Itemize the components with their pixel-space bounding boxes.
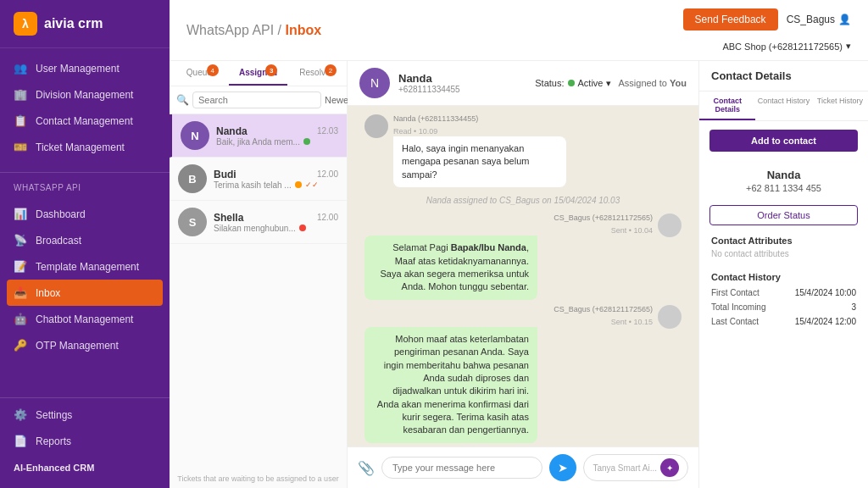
- contact-tabs: Contact Details Contact History Ticket H…: [699, 92, 868, 121]
- tab-contact-details[interactable]: Contact Details: [699, 92, 755, 120]
- msg-bubble: Halo, saya ingin menanyakan mengapa pesa…: [393, 136, 566, 187]
- content-area: 4 Queue 3 Assigned 2 Resolved 🔍: [170, 61, 868, 488]
- history-label: Last Contact: [711, 317, 759, 326]
- msg-sender: Nanda (+628111334455): [393, 114, 682, 123]
- message-bubble-outgoing-2: CS_Bagus (+628121172565) Sent • 10.15 Mo…: [364, 305, 653, 443]
- contact-phone: +62 811 1334 455: [711, 183, 856, 193]
- msg-avatar-agent-2: [658, 305, 682, 329]
- contact-history-section: Contact History First Contact 15/4/2024 …: [699, 265, 868, 336]
- sidebar-item-otp-management[interactable]: 🔑 OTP Management: [0, 332, 170, 358]
- contact-panel-header: Contact Details: [699, 61, 868, 92]
- chat-header-avatar: N: [359, 68, 390, 98]
- logo-text: aivia crm: [44, 16, 103, 31]
- avatar-budi: B: [178, 164, 207, 193]
- contact-icon: 📋: [14, 114, 27, 127]
- msg-avatar-agent: [658, 214, 682, 237]
- message-row-outgoing-2: CS_Bagus (+628121172565) Sent • 10.15 Mo…: [364, 305, 682, 443]
- search-input[interactable]: [192, 92, 321, 108]
- sidebar-bottom: ⚙️ Settings 📄 Reports AI-Enhanced CRM: [0, 397, 170, 488]
- tab-queue[interactable]: 4 Queue: [170, 61, 229, 86]
- order-status-button[interactable]: Order Status: [709, 205, 858, 225]
- chat-preview: Terima kasih telah ...: [214, 180, 292, 190]
- resolved-badge: 2: [325, 64, 337, 76]
- msg-sender: CS_Bagus (+628121172565): [364, 305, 653, 313]
- sidebar-logo: λ aivia crm: [0, 0, 170, 48]
- tab-ticket-history[interactable]: Ticket History: [812, 92, 868, 120]
- sidebar-item-template-management[interactable]: 📝 Template Management: [0, 253, 170, 280]
- assigned-label: Assigned to: [618, 78, 666, 88]
- sidebar-whatsapp-section: 📊 Dashboard 📡 Broadcast 📝 Template Manag…: [0, 194, 170, 365]
- sidebar-item-label: Division Management: [36, 89, 133, 101]
- sidebar-item-reports[interactable]: 📄 Reports: [0, 428, 170, 454]
- chat-time: 12.03: [317, 126, 338, 136]
- sidebar-item-broadcast[interactable]: 📡 Broadcast: [0, 227, 170, 253]
- sidebar-item-ticket-management[interactable]: 🎫 Ticket Management: [0, 134, 170, 160]
- message-row-outgoing: CS_Bagus (+628121172565) Sent • 10.04 Se…: [364, 214, 682, 300]
- settings-icon: ⚙️: [14, 408, 27, 421]
- sidebar-item-label: Chatbot Management: [36, 313, 133, 325]
- chat-info-nanda: Nanda 12.03 Baik, jika Anda mem...: [216, 125, 338, 147]
- user-badge: CS_Bagus 👤: [787, 14, 851, 25]
- chat-contact-name: Nanda: [398, 72, 526, 85]
- chevron-down-icon: ▾: [846, 41, 851, 52]
- queue-badge: 4: [207, 64, 219, 76]
- history-label: First Contact: [711, 288, 760, 297]
- send-button[interactable]: ➤: [549, 454, 576, 481]
- msg-meta: Sent • 10.04: [611, 226, 653, 235]
- contact-panel: Contact Details Contact Details Contact …: [698, 61, 868, 488]
- sidebar-item-division-management[interactable]: 🏢 Division Management: [0, 81, 170, 108]
- history-value: 15/4/2024 12:00: [795, 317, 856, 326]
- status-label: Status:: [535, 78, 564, 88]
- contact-attributes-section: Contact Attributes No contact attributes: [699, 229, 868, 265]
- chat-name: Nanda: [216, 125, 248, 137]
- chatbot-icon: 🤖: [14, 313, 27, 325]
- inbox-icon: 📥: [14, 286, 27, 299]
- msg-text: Mohon maaf atas keterlambatan pengiriman…: [377, 334, 529, 435]
- history-row-total: Total Incoming 3: [711, 300, 856, 314]
- reports-icon: 📄: [14, 435, 27, 447]
- username-label: CS_Bagus: [787, 14, 835, 25]
- message-row: Nanda (+628111334455) Read • 10.09 Halo,…: [364, 114, 682, 187]
- chat-name-row-budi: Budi 12.00: [214, 169, 338, 180]
- tab-contact-history[interactable]: Contact History: [755, 92, 811, 120]
- shop-name: ABC Shop (+628121172565): [722, 42, 843, 52]
- sidebar-item-user-management[interactable]: 👥 User Management: [0, 55, 170, 81]
- shop-selector[interactable]: ABC Shop (+628121172565) ▾: [722, 41, 851, 52]
- sidebar-top-section: 👥 User Management 🏢 Division Management …: [0, 48, 170, 167]
- sidebar-item-label: Broadcast: [36, 235, 81, 247]
- status-value: Active: [578, 78, 604, 88]
- search-icon: 🔍: [176, 94, 189, 106]
- chat-item-nanda[interactable]: N Nanda 12.03 Baik, jika Anda mem...: [170, 114, 347, 158]
- history-value: 3: [851, 302, 856, 312]
- chat-item-budi[interactable]: B Budi 12.00 Terima kasih telah ... ✓✓: [170, 158, 347, 201]
- ai-input-area[interactable]: Tanya Smart Ai... ✦: [583, 454, 688, 481]
- queue-bottom-label: Tickets that are waiting to be assigned …: [170, 469, 347, 488]
- send-feedback-button[interactable]: Send Feedback: [683, 8, 778, 30]
- breadcrumb: WhatsApp API / Inbox: [186, 23, 321, 38]
- msg-bubble: Selamat Pagi Bapak/Ibu Nanda, Maaf atas …: [364, 236, 537, 300]
- tab-resolved[interactable]: 2 Resolved: [287, 61, 347, 86]
- tab-assigned[interactable]: 3 Assigned: [229, 61, 288, 86]
- sidebar-item-dashboard[interactable]: 📊 Dashboard: [0, 201, 170, 227]
- sidebar-item-inbox[interactable]: 📥 Inbox: [7, 280, 163, 306]
- chat-item-shella[interactable]: S Shella 12.00 Silakan menghubun...: [170, 201, 347, 244]
- queue-tabs: 4 Queue 3 Assigned 2 Resolved: [170, 61, 347, 86]
- ai-icon: ✦: [660, 458, 679, 477]
- assigned-value: You: [670, 78, 687, 88]
- message-bubble-incoming: Nanda (+628111334455) Read • 10.09 Halo,…: [393, 114, 682, 187]
- otp-icon: 🔑: [14, 339, 27, 352]
- attach-icon[interactable]: 📎: [358, 460, 375, 476]
- msg-text: Halo, saya ingin menanyakan mengapa pesa…: [402, 143, 529, 180]
- message-input[interactable]: [381, 457, 542, 479]
- sidebar-item-label: Inbox: [36, 287, 60, 299]
- add-contact-button[interactable]: Add to contact: [709, 130, 858, 152]
- breadcrumb-prefix: WhatsApp API /: [186, 23, 281, 37]
- message-bubble-outgoing: CS_Bagus (+628121172565) Sent • 10.04 Se…: [364, 214, 653, 300]
- sidebar-item-settings[interactable]: ⚙️ Settings: [0, 402, 170, 428]
- template-icon: 📝: [14, 260, 27, 273]
- avatar-nanda: N: [181, 121, 209, 150]
- sidebar-item-label: Contact Management: [36, 115, 133, 127]
- chat-name: Shella: [214, 212, 243, 224]
- sidebar-item-chatbot-management[interactable]: 🤖 Chatbot Management: [0, 306, 170, 332]
- sidebar-item-contact-management[interactable]: 📋 Contact Management: [0, 108, 170, 134]
